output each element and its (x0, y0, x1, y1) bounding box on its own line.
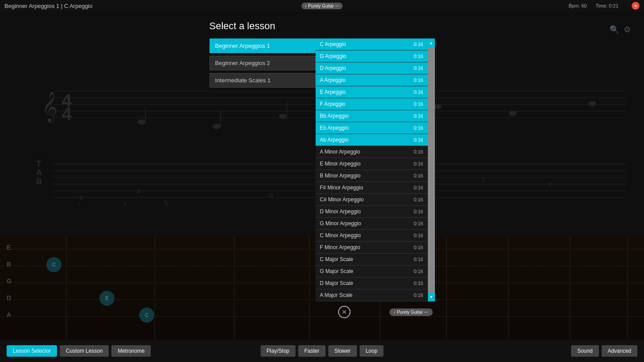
lesson-list-wrapper: C Arpeggio0:16G Arpeggio0:16D Arpeggio0:… (316, 39, 435, 301)
lesson-item[interactable]: C Minor Arpeggio0:16 (316, 230, 428, 242)
lesson-item[interactable]: F# Minor Arpeggio0:16 (316, 182, 428, 194)
lesson-name: Eb Arpeggio (320, 125, 349, 131)
lesson-duration: 0:16 (414, 257, 423, 262)
lesson-name: E Arpeggio (320, 89, 346, 95)
advanced-button[interactable]: Advanced (602, 345, 637, 357)
time-label: Time: 0:21 (595, 3, 618, 8)
lesson-name: A Major Scale (320, 292, 353, 298)
lesson-name: D Arpeggio (320, 65, 346, 71)
lesson-duration: 0:16 (414, 209, 423, 214)
lesson-name: G Major Scale (320, 268, 354, 274)
scroll-track (428, 47, 435, 293)
modal-logo: ♪ Purely Guitar — (389, 308, 433, 316)
lesson-name: F Arpeggio (320, 101, 346, 107)
metronome-button[interactable]: Metronome (111, 345, 151, 357)
titlebar-center: ♪ Purely Guitar — (301, 3, 343, 9)
lesson-duration: 0:16 (414, 269, 423, 274)
titlebar-right: Bpm: 60 Time: 0:21 ✕ (568, 2, 640, 10)
toolbar-right: Sound Advanced (571, 345, 637, 357)
bottom-toolbar: Lesson Selector Custom Lesson Metronome … (0, 340, 644, 362)
lesson-group-intermediate-scales-1[interactable]: Intermediate Scales 1 (210, 73, 316, 88)
lesson-item[interactable]: D Arpeggio0:16 (316, 62, 428, 74)
lesson-name: C Minor Arpeggio (320, 232, 361, 239)
lesson-duration: 0:16 (414, 89, 423, 95)
title-label: Beginner Arpeggios 1 | C Arpeggio (4, 3, 92, 9)
scroll-down-arrow[interactable]: ▼ (428, 293, 435, 301)
lesson-item[interactable]: D Major Scale0:16 (316, 277, 428, 289)
play-stop-button[interactable]: Play/Stop (260, 345, 295, 357)
lesson-item[interactable]: G Arpeggio0:16 (316, 50, 428, 62)
lesson-item[interactable]: F Minor Arpeggio0:16 (316, 242, 428, 254)
lesson-name: G Minor Arpeggio (320, 220, 361, 227)
lesson-duration: 0:16 (414, 125, 423, 131)
lesson-duration: 0:16 (414, 149, 423, 154)
lesson-item[interactable]: C Arpeggio0:16 (316, 39, 428, 50)
titlebar: Beginner Arpeggios 1 | C Arpeggio ♪ Pure… (0, 0, 644, 12)
lesson-duration: 0:16 (414, 101, 423, 107)
lesson-item[interactable]: B Minor Arpeggio0:16 (316, 170, 428, 182)
lesson-item[interactable]: C Major Scale0:16 (316, 254, 428, 266)
lesson-duration: 0:16 (414, 173, 423, 178)
modal-overlay: Select a lesson Beginner Arpeggios 1Begi… (0, 12, 644, 340)
lesson-item[interactable]: A Major Scale0:16 (316, 289, 428, 301)
lesson-name: D Minor Arpeggio (320, 208, 361, 215)
lesson-groups: Beginner Arpeggios 1Beginner Arpeggios 2… (210, 39, 316, 301)
lesson-duration: 0:16 (414, 42, 423, 47)
lesson-selector-panel: Select a lesson Beginner Arpeggios 1Begi… (210, 20, 435, 318)
lesson-item[interactable]: C# Minor Arpeggio0:16 (316, 194, 428, 206)
lesson-duration: 0:16 (414, 197, 423, 202)
lesson-item[interactable]: Eb Arpeggio0:16 (316, 122, 428, 134)
lesson-duration: 0:16 (414, 293, 423, 298)
lesson-group-beginner-arpeggios-1[interactable]: Beginner Arpeggios 1 (210, 39, 316, 53)
custom-lesson-button[interactable]: Custom Lesson (60, 345, 109, 357)
close-button[interactable]: ✕ (632, 2, 640, 10)
lesson-name: Bb Arpeggio (320, 113, 349, 119)
lesson-duration: 0:16 (414, 161, 423, 166)
slower-button[interactable]: Slower (328, 345, 357, 357)
toolbar-left: Lesson Selector Custom Lesson Metronome (7, 345, 151, 357)
lesson-item[interactable]: E Minor Arpeggio0:16 (316, 158, 428, 170)
lesson-item[interactable]: E Arpeggio0:16 (316, 86, 428, 98)
lesson-item[interactable]: A Minor Arpeggio0:16 (316, 146, 428, 158)
lesson-name: B Minor Arpeggio (320, 173, 361, 179)
scroll-arrows: ▲ ▼ (428, 39, 435, 301)
lesson-duration: 0:16 (414, 221, 423, 226)
lesson-name: C Arpeggio (320, 41, 346, 47)
lesson-name: Ab Arpeggio (320, 137, 349, 143)
logo-text: Purely Guitar (308, 4, 334, 8)
lesson-group-beginner-arpeggios-2[interactable]: Beginner Arpeggios 2 (210, 56, 316, 70)
lesson-name: F# Minor Arpeggio (320, 185, 363, 191)
lesson-duration: 0:16 (414, 113, 423, 119)
lesson-duration: 0:16 (414, 65, 423, 71)
sound-button[interactable]: Sound (571, 345, 599, 357)
lesson-name: E Minor Arpeggio (320, 161, 361, 167)
lesson-duration: 0:16 (414, 54, 423, 59)
lesson-selector-button[interactable]: Lesson Selector (7, 345, 57, 357)
modal-title: Select a lesson (210, 20, 435, 32)
lesson-name: A Arpeggio (320, 77, 346, 83)
lesson-item[interactable]: Ab Arpeggio0:16 (316, 134, 428, 146)
lesson-list[interactable]: C Arpeggio0:16G Arpeggio0:16D Arpeggio0:… (316, 39, 428, 301)
lesson-item[interactable]: D Minor Arpeggio0:16 (316, 206, 428, 218)
lesson-name: G Arpeggio (320, 53, 347, 59)
titlebar-logo: ♪ Purely Guitar — (301, 3, 343, 9)
lesson-name: C Major Scale (320, 256, 353, 262)
lesson-duration: 0:16 (414, 245, 423, 250)
lesson-duration: 0:16 (414, 77, 423, 83)
lesson-duration: 0:16 (414, 281, 423, 286)
loop-button[interactable]: Loop (359, 345, 384, 357)
lesson-layout: Beginner Arpeggios 1Beginner Arpeggios 2… (210, 39, 435, 301)
scroll-up-arrow[interactable]: ▲ (428, 39, 435, 47)
lesson-item[interactable]: F Arpeggio0:16 (316, 98, 428, 110)
lesson-duration: 0:16 (414, 137, 423, 142)
lesson-name: C# Minor Arpeggio (320, 196, 364, 203)
lesson-item[interactable]: G Major Scale0:16 (316, 266, 428, 277)
lesson-name: F Minor Arpeggio (320, 244, 360, 250)
faster-button[interactable]: Faster (298, 345, 325, 357)
lesson-item[interactable]: A Arpeggio0:16 (316, 74, 428, 86)
lesson-duration: 0:16 (414, 185, 423, 190)
modal-close-button[interactable]: ✕ (338, 306, 351, 318)
lesson-item[interactable]: Bb Arpeggio0:16 (316, 110, 428, 122)
lesson-name: D Major Scale (320, 280, 353, 286)
lesson-item[interactable]: G Minor Arpeggio0:16 (316, 218, 428, 230)
